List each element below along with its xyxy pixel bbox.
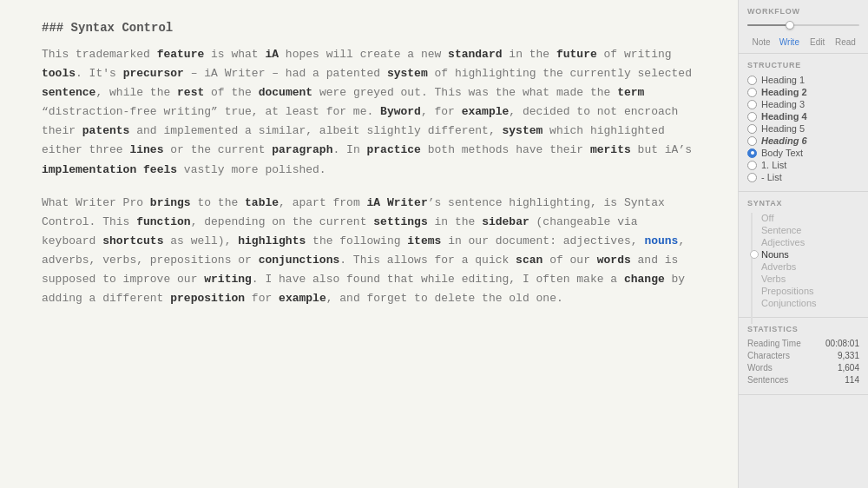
workflow-tab-note[interactable]: Note: [747, 36, 775, 48]
workflow-thumb[interactable]: [786, 21, 794, 30]
text-segment: sentence: [42, 86, 95, 99]
text-segment: precursor: [123, 67, 184, 80]
text-segment: tools: [42, 67, 76, 80]
workflow-tab-read[interactable]: Read: [832, 36, 859, 48]
text-segment: function: [136, 215, 190, 228]
structure-item[interactable]: Body Text: [747, 148, 859, 158]
radio-button[interactable]: [747, 100, 757, 109]
stat-value: 1,604: [838, 363, 859, 373]
text-segment: standard: [448, 48, 502, 61]
radio-button[interactable]: [747, 173, 757, 182]
structure-item-label: Heading 4: [761, 111, 807, 122]
workflow-tab-write[interactable]: Write: [775, 36, 803, 48]
structure-item-label: Heading 3: [761, 99, 805, 109]
structure-item[interactable]: 1. List: [747, 160, 859, 170]
text-segment: shortcuts: [102, 234, 163, 247]
text-segment: [136, 163, 143, 176]
text-segment: example: [462, 105, 510, 118]
text-segment: in the: [428, 215, 482, 228]
text-segment: implementation: [42, 163, 136, 176]
structure-item[interactable]: Heading 2: [747, 87, 859, 97]
document-paragraph: This trademarked feature is what iA hope…: [42, 45, 696, 180]
structure-item[interactable]: Heading 5: [747, 123, 859, 134]
text-segment: both methods have their: [421, 143, 590, 156]
syntax-label: Adverbs: [761, 261, 796, 272]
syntax-item-nouns[interactable]: Nouns: [747, 249, 859, 260]
syntax-item-prepositions[interactable]: Prepositions: [747, 286, 859, 296]
radio-button[interactable]: [747, 148, 757, 158]
text-segment: highlights: [238, 234, 306, 247]
text-segment: or the current: [163, 143, 272, 156]
syntax-label: Sentence: [761, 225, 801, 235]
text-segment: , apart from: [279, 196, 366, 209]
structure-item-label: Heading 2: [761, 87, 807, 97]
syntax-item-adverbs[interactable]: Adverbs: [747, 261, 859, 272]
text-segment: This trademarked: [42, 48, 157, 61]
statistics-section: STATISTICS Reading Time00:08:01Character…: [739, 318, 868, 395]
text-segment: in the: [503, 48, 556, 61]
structure-item[interactable]: - List: [747, 172, 859, 182]
syntax-item-verbs[interactable]: Verbs: [747, 274, 859, 284]
syntax-item-off[interactable]: Off: [747, 213, 859, 223]
structure-item-label: Heading 6: [761, 135, 807, 146]
text-segment: of highlighting the currently selected: [428, 67, 692, 80]
text-segment: . I have also found that while editing, …: [252, 273, 624, 286]
text-segment: . In: [332, 143, 366, 156]
syntax-item-sentence[interactable]: Sentence: [747, 225, 859, 235]
structure-item[interactable]: Heading 1: [747, 75, 859, 85]
text-segment: is what: [204, 48, 265, 61]
syntax-thumb[interactable]: [750, 250, 759, 259]
radio-button[interactable]: [747, 161, 757, 170]
statistics-items: Reading Time00:08:01Characters9,331Words…: [747, 339, 859, 385]
workflow-fill: [747, 24, 790, 26]
text-segment: , for: [421, 105, 462, 118]
text-segment: preposition: [170, 292, 245, 305]
text-segment: . This allows for a quick: [339, 254, 516, 267]
text-segment: table: [245, 196, 279, 209]
syntax-item-conjunctions[interactable]: Conjunctions: [747, 298, 859, 308]
text-segment: What Writer Pro: [42, 196, 150, 209]
radio-button[interactable]: [747, 112, 757, 122]
text-segment: brings: [150, 196, 191, 209]
syntax-item-adjectives[interactable]: Adjectives: [747, 237, 859, 247]
text-segment: of writing: [597, 48, 672, 61]
structure-item[interactable]: Heading 3: [747, 99, 859, 109]
sidebar: WORKFLOW NoteWriteEditRead STRUCTURE Hea…: [738, 0, 868, 488]
statistics-label: STATISTICS: [747, 325, 859, 333]
text-segment: practice: [367, 143, 421, 156]
workflow-label: WORKFLOW: [747, 7, 859, 16]
syntax-label: Nouns: [761, 249, 789, 260]
stat-label: Reading Time: [747, 339, 801, 348]
document-heading: ### Syntax Control: [42, 21, 696, 35]
structure-items: Heading 1Heading 2Heading 3Heading 4Head…: [747, 75, 859, 182]
radio-button[interactable]: [747, 136, 757, 146]
text-segment: lines: [129, 143, 163, 156]
syntax-label: Adjectives: [761, 237, 805, 247]
workflow-slider[interactable]: [747, 19, 859, 31]
text-segment: as well),: [163, 234, 238, 247]
structure-item[interactable]: Heading 6: [747, 135, 859, 146]
text-segment: Byword: [380, 105, 421, 118]
text-segment: , and forget to delete the old one.: [326, 292, 563, 305]
text-segment: for: [245, 292, 279, 305]
text-segment: hopes will create a new: [279, 48, 448, 61]
syntax-section: SYNTAX OffSentenceAdjectivesNounsAdverbs…: [739, 192, 868, 318]
text-segment: items: [407, 234, 441, 247]
stat-row: Characters9,331: [747, 351, 859, 360]
text-segment: scan: [516, 254, 542, 267]
text-segment: example: [279, 292, 326, 305]
text-segment: patents: [82, 124, 130, 137]
text-segment: but iA’s: [631, 143, 692, 156]
radio-button[interactable]: [747, 124, 757, 134]
text-segment: nouns: [644, 234, 678, 247]
structure-section: STRUCTURE Heading 1Heading 2Heading 3Hea…: [739, 54, 868, 192]
text-segment: change: [624, 273, 665, 286]
structure-item[interactable]: Heading 4: [747, 111, 859, 122]
text-segment: document: [259, 86, 312, 99]
text-segment: words: [597, 254, 631, 267]
radio-button[interactable]: [747, 88, 757, 97]
workflow-tab-edit[interactable]: Edit: [804, 36, 832, 48]
radio-button[interactable]: [747, 76, 757, 85]
stat-value: 9,331: [838, 351, 859, 360]
text-segment: merits: [590, 143, 631, 156]
